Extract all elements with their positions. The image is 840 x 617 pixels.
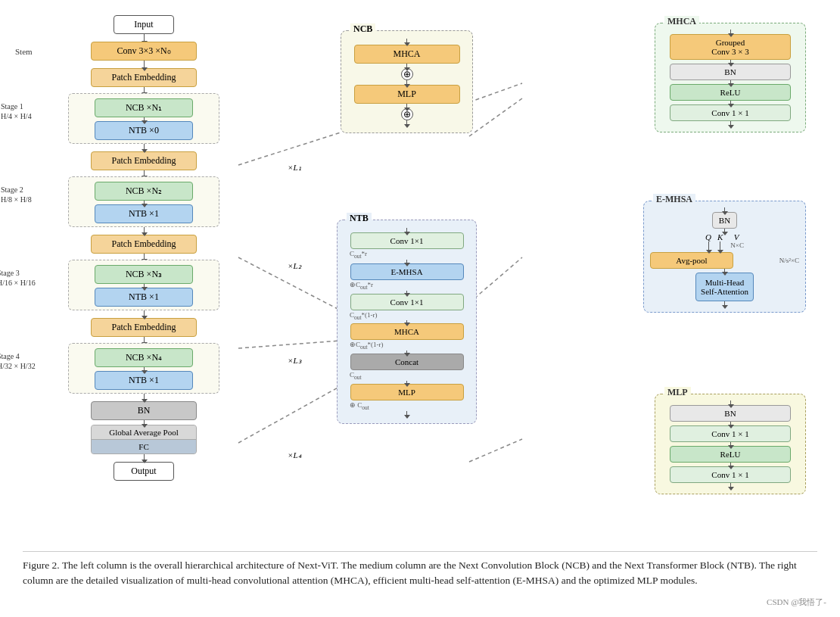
right-mlp-block: MLP BN Conv 1 × 1 ReLU Conv 1 × 1 (655, 394, 806, 494)
right-mhca-inner: GroupedConv 3 × 3 BN ReLU Conv 1 × 1 (661, 30, 799, 126)
fc-box: FC (92, 440, 196, 453)
arrow6 (144, 227, 145, 233)
ncb-label: NCB (350, 23, 375, 35)
remhsa-arr3 (724, 301, 725, 306)
arrow1 (144, 34, 145, 42)
right-emhsa-inner: BN Q K V N×C (650, 207, 799, 306)
stage4-group: Stage 4H/32 × H/32 NCB ×N₄ NTB ×1 (68, 343, 219, 394)
arrow2 (144, 61, 145, 68)
stage2-group: Stage 2H/8 × H/8 NCB ×N₂ NTB ×1 (68, 176, 219, 227)
ncb-container: NCB MHCA ⊕ MLP ⊕ (341, 30, 473, 133)
ntb-arr1 (406, 260, 407, 263)
main-container: Input Stem Conv 3×3 ×N₀ Patch Embedding … (0, 0, 840, 604)
ntb-block: NTB Conv 1×1 Cout*r E-MHSA ⊕Cout*r Conv … (337, 220, 477, 424)
stage3-ncb: NCB ×N₃ (95, 265, 193, 284)
k-arr (720, 242, 720, 251)
output-box: Output (114, 462, 174, 481)
diagram-area: Input Stem Conv 3×3 ×N₀ Patch Embedding … (23, 15, 817, 545)
rmhca-arr2 (730, 80, 731, 84)
svg-line-2 (238, 341, 341, 348)
ncb-arr-in (406, 39, 407, 43)
svg-line-7 (469, 98, 522, 136)
stage3-group: Stage 3H/16 × H/16 NCB ×N₃ NTB ×1 (68, 260, 219, 310)
arr-s1 (144, 117, 145, 121)
rmhca-grouped-conv: GroupedConv 3 × 3 (670, 34, 791, 60)
xl4-label: ×L₄ (288, 450, 301, 460)
rmlp-arr2 (730, 442, 731, 446)
stage2-label: Stage 2H/8 × H/8 (1, 185, 32, 204)
xl2-label: ×L₂ (288, 261, 301, 271)
ntb-arr2 (406, 291, 407, 294)
ntb-container: NTB Conv 1×1 Cout*r E-MHSA ⊕Cout*r Conv … (337, 220, 477, 424)
ntb-inner: Conv 1×1 Cout*r E-MHSA ⊕Cout*r Conv 1×1 … (344, 228, 470, 416)
bn-box: BN (91, 401, 197, 420)
q-label: Q (705, 232, 711, 242)
left-column: Input Stem Conv 3×3 ×N₀ Patch Embedding … (68, 15, 219, 481)
ntb-arr6 (406, 411, 407, 416)
patch-embed-3: Patch Embedding (91, 235, 197, 254)
ncb-block: NCB MHCA ⊕ MLP ⊕ (341, 30, 473, 133)
ntb-arr4 (406, 351, 407, 354)
stage4-label: Stage 4H/32 × H/32 (0, 351, 36, 371)
svg-line-3 (238, 386, 341, 443)
ncb-mhca: MHCA (354, 45, 460, 64)
right-mhca-block: MHCA GroupedConv 3 × 3 BN ReLU Conv 1 × … (655, 23, 806, 132)
svg-line-5 (469, 257, 522, 303)
rmhca-arr1 (730, 60, 731, 64)
rmlp-arr4 (730, 483, 731, 488)
right-mlp-label: MLP (664, 387, 691, 398)
arrow10 (144, 394, 145, 400)
arrow12 (144, 454, 145, 460)
arrow9 (144, 337, 145, 343)
v-label: V (734, 232, 739, 242)
stem-row: Stem Conv 3×3 ×N₀ (68, 42, 219, 61)
rmhca-arr3 (730, 101, 731, 104)
cout-1r-label: Cout*(1-r) (350, 311, 378, 321)
ntb-label: NTB (347, 213, 372, 224)
right-mlp-container: MLP BN Conv 1 × 1 ReLU Conv 1 × 1 (655, 394, 806, 494)
remhsa-avgpool: Avg-pool (650, 252, 733, 269)
input-box: Input (114, 15, 174, 34)
right-mlp-inner: BN Conv 1 × 1 ReLU Conv 1 × 1 (661, 400, 799, 488)
q-col: Q (705, 232, 711, 251)
ns2c-label: N/s²×C (779, 257, 799, 264)
svg-line-0 (238, 132, 341, 165)
stage1-ncb: NCB ×N₁ (95, 98, 193, 117)
nxc-label: N×C (730, 242, 744, 249)
ncb-arr5 (406, 120, 407, 125)
arrow11 (144, 420, 145, 425)
svg-line-4 (469, 83, 522, 102)
v-col: V N×C (729, 232, 744, 249)
ncb-inner: MHCA ⊕ MLP ⊕ (347, 39, 466, 125)
stage3-label: Stage 3H/16 × H/16 (0, 268, 36, 288)
cout-r2-label: ⊕Cout*r (350, 281, 373, 291)
right-emhsa-label: E-MHSA (653, 194, 695, 205)
ntb-arr0 (406, 228, 407, 232)
arrow3 (144, 87, 145, 93)
rmhca-arr4 (730, 121, 731, 126)
right-mhca-container: MHCA GroupedConv 3 × 3 BN ReLU Conv 1 × … (655, 23, 806, 132)
ncb-arr2 (406, 64, 407, 68)
remhsa-mhsa: Multi-HeadSelf-Attention (695, 273, 754, 301)
rmlp-arr3 (730, 463, 731, 466)
remhsa-arr0 (724, 207, 725, 212)
ncb-arr3 (406, 80, 407, 85)
stage2-ncb: NCB ×N₂ (95, 182, 193, 201)
rmhca-arr0 (730, 30, 731, 34)
gap-fc-group: Global Average Pool FC (91, 425, 197, 454)
arr-s4 (144, 367, 145, 371)
arrow7 (144, 254, 145, 260)
cout-r-label: Cout*r (350, 250, 367, 260)
patch-embed-2: Patch Embedding (91, 151, 197, 170)
ntb-arr3 (406, 320, 407, 323)
ntb-arr5 (406, 381, 407, 384)
arrow4 (144, 144, 145, 150)
remhsa-arr2 (724, 269, 725, 273)
stage1-group: Stage 1H/4 × H/4 NCB ×N₁ NTB ×0 (68, 93, 219, 144)
avgpool-row: Avg-pool N/s²×C (650, 252, 799, 269)
stage4-ncb: NCB ×N₄ (95, 348, 193, 367)
rmlp-arr0 (730, 400, 731, 405)
figure-caption: Figure 2. The left column is the overall… (23, 551, 817, 589)
right-emhsa-block: E-MHSA BN Q K (643, 201, 806, 313)
stem-label: Stem (15, 47, 33, 56)
